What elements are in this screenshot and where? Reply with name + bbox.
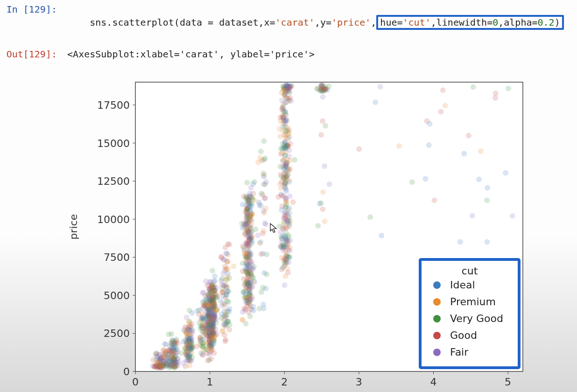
svg-point-1382 bbox=[283, 237, 289, 242]
svg-point-1125 bbox=[262, 182, 268, 187]
svg-point-1111 bbox=[261, 138, 267, 144]
svg-point-1412 bbox=[323, 123, 328, 129]
svg-point-795 bbox=[220, 329, 225, 334]
svg-point-771 bbox=[224, 251, 230, 256]
svg-point-1465 bbox=[478, 148, 484, 154]
in-prompt: In [129]: bbox=[5, 4, 62, 15]
svg-point-1398 bbox=[279, 105, 285, 111]
svg-point-1323 bbox=[283, 181, 288, 187]
svg-point-187 bbox=[175, 363, 180, 369]
svg-point-1454 bbox=[493, 91, 499, 96]
svg-point-1387 bbox=[282, 214, 288, 219]
svg-point-1474 bbox=[485, 185, 490, 190]
svg-point-1471 bbox=[457, 239, 463, 245]
out-prompt: Out[129]: bbox=[5, 49, 62, 60]
svg-point-1466 bbox=[461, 151, 467, 156]
svg-point-1084 bbox=[247, 193, 253, 199]
svg-point-1384 bbox=[283, 175, 289, 180]
svg-point-1339 bbox=[277, 126, 282, 132]
svg-point-1363 bbox=[280, 242, 285, 248]
code-line[interactable]: sns.scatterplot(data = dataset,x='carat'… bbox=[67, 4, 564, 41]
code-highlighted-args: hue='cut',linewidth=0,alpha=0.2) bbox=[376, 15, 563, 30]
svg-point-1074 bbox=[249, 238, 255, 244]
svg-point-297 bbox=[190, 329, 195, 334]
svg-point-1444 bbox=[322, 218, 328, 224]
svg-point-728 bbox=[209, 288, 214, 294]
svg-point-1320 bbox=[290, 199, 296, 205]
svg-point-1396 bbox=[285, 254, 291, 259]
svg-point-1511 bbox=[433, 281, 441, 289]
svg-point-1453 bbox=[476, 176, 482, 182]
svg-point-1449 bbox=[322, 84, 327, 89]
svg-point-1433 bbox=[327, 182, 332, 187]
output-repr: <AxesSubplot:xlabel='carat', ylabel='pri… bbox=[67, 49, 315, 60]
svg-text:10000: 10000 bbox=[97, 214, 130, 225]
svg-point-98 bbox=[161, 354, 166, 360]
svg-point-130 bbox=[169, 331, 174, 337]
svg-point-1513 bbox=[433, 298, 441, 306]
svg-point-1019 bbox=[244, 180, 250, 185]
svg-point-1071 bbox=[250, 181, 256, 187]
svg-point-1099 bbox=[260, 231, 266, 236]
svg-point-1346 bbox=[277, 164, 283, 169]
svg-point-727 bbox=[210, 329, 215, 334]
svg-point-1425 bbox=[318, 200, 324, 206]
svg-point-1127 bbox=[262, 156, 268, 161]
svg-point-1081 bbox=[250, 211, 255, 217]
svg-text:Premium: Premium bbox=[450, 296, 496, 308]
svg-point-1059 bbox=[250, 284, 255, 289]
svg-point-803 bbox=[222, 264, 228, 269]
svg-point-1128 bbox=[260, 285, 266, 290]
svg-point-1292 bbox=[288, 166, 293, 172]
svg-point-189 bbox=[172, 354, 178, 359]
svg-text:Ideal: Ideal bbox=[450, 279, 475, 291]
svg-point-181 bbox=[167, 357, 172, 363]
svg-point-1467 bbox=[378, 84, 383, 90]
code-plain: sns.scatterplot(data = dataset,x='carat'… bbox=[90, 17, 376, 28]
svg-point-1065 bbox=[245, 207, 251, 212]
svg-point-808 bbox=[222, 301, 227, 307]
svg-point-1304 bbox=[283, 189, 289, 194]
svg-point-1123 bbox=[262, 220, 267, 226]
svg-text:7500: 7500 bbox=[104, 252, 130, 263]
svg-point-1470 bbox=[438, 109, 443, 114]
svg-point-1400 bbox=[282, 260, 288, 266]
svg-point-1418 bbox=[320, 94, 326, 99]
svg-point-299 bbox=[189, 335, 195, 341]
svg-point-1429 bbox=[320, 119, 325, 124]
svg-point-775 bbox=[222, 338, 228, 344]
svg-text:2: 2 bbox=[281, 376, 288, 388]
svg-point-1461 bbox=[503, 170, 508, 176]
svg-point-1442 bbox=[314, 86, 320, 92]
svg-point-364 bbox=[197, 341, 203, 346]
svg-text:5: 5 bbox=[505, 376, 511, 388]
svg-text:Very Good: Very Good bbox=[450, 313, 503, 324]
svg-point-1405 bbox=[282, 91, 288, 97]
svg-point-1408 bbox=[285, 247, 291, 252]
svg-text:2500: 2500 bbox=[104, 328, 130, 339]
svg-point-186 bbox=[167, 348, 172, 353]
svg-point-1406 bbox=[280, 120, 285, 126]
svg-text:3: 3 bbox=[356, 376, 362, 388]
svg-point-1075 bbox=[241, 245, 247, 251]
svg-point-360 bbox=[195, 308, 200, 314]
svg-point-1289 bbox=[285, 270, 291, 275]
output-cell: Out[129]: <AxesSubplot:xlabel='carat', y… bbox=[0, 45, 577, 63]
svg-point-1478 bbox=[373, 99, 378, 105]
svg-point-726 bbox=[211, 318, 217, 323]
svg-point-1110 bbox=[258, 149, 264, 154]
svg-point-792 bbox=[231, 263, 236, 269]
svg-point-499 bbox=[209, 356, 214, 362]
svg-point-1089 bbox=[249, 262, 254, 267]
svg-point-806 bbox=[223, 309, 229, 315]
svg-point-1443 bbox=[315, 223, 321, 229]
svg-point-188 bbox=[175, 341, 181, 346]
svg-point-1413 bbox=[318, 132, 324, 138]
svg-point-786 bbox=[223, 245, 228, 250]
svg-point-1392 bbox=[283, 200, 289, 206]
svg-point-985 bbox=[240, 309, 246, 315]
svg-point-291 bbox=[183, 345, 189, 351]
svg-point-353 bbox=[198, 335, 204, 340]
svg-point-1515 bbox=[433, 315, 441, 322]
svg-text:0: 0 bbox=[132, 376, 139, 388]
